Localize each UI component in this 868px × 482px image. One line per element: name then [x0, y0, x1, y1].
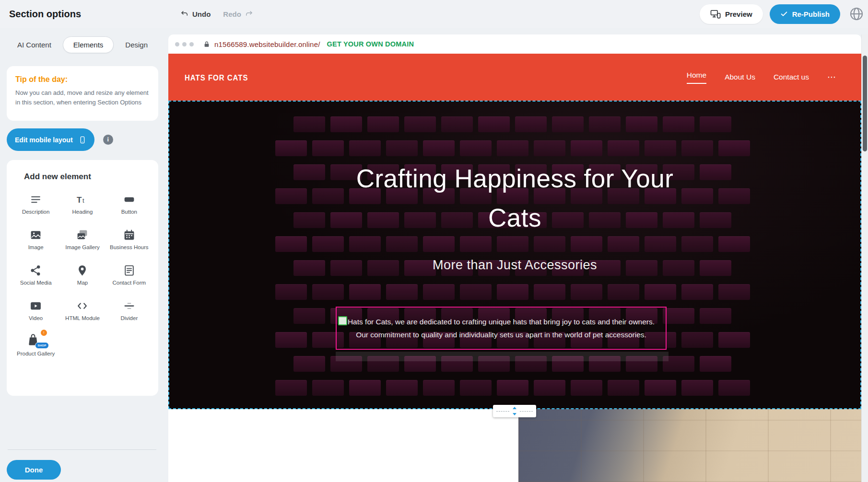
- wall-tile: [349, 380, 381, 396]
- wall-tile: [645, 236, 676, 252]
- tip-of-the-day-card: Tip of the day: Now you can add, move an…: [7, 66, 158, 121]
- wall-tile: [404, 116, 436, 132]
- wall-tile: [349, 140, 381, 156]
- divider-icon: [123, 298, 135, 312]
- wall-tile: [681, 236, 713, 252]
- wall-tile: [275, 380, 307, 396]
- wall-tile: [275, 284, 307, 300]
- element-label: Image: [28, 244, 44, 251]
- undo-label: Undo: [192, 10, 211, 18]
- shop-badge: SHOP: [35, 342, 48, 349]
- history-controls: Undo Redo: [180, 0, 253, 28]
- element-social-media[interactable]: Social Media: [14, 263, 58, 287]
- tab-design[interactable]: Design: [124, 37, 149, 53]
- window-dot: [175, 42, 179, 46]
- top-toolbar: Section options Undo Redo Preview Re-P: [0, 0, 868, 28]
- wall-tile: [275, 236, 307, 252]
- element-label: Social Media: [20, 279, 52, 287]
- tab-elements[interactable]: Elements: [63, 36, 114, 53]
- wall-tile: [589, 116, 621, 132]
- element-divider[interactable]: Divider: [107, 298, 151, 322]
- element-html-module[interactable]: HTML Module: [60, 298, 105, 322]
- window-dot: [189, 42, 194, 46]
- element-video[interactable]: Video: [14, 298, 58, 322]
- wall-tile: [534, 140, 565, 156]
- wall-tile: [645, 140, 676, 156]
- wall-tile: [497, 236, 528, 252]
- nav-home[interactable]: Home: [687, 71, 706, 84]
- done-button[interactable]: Done: [7, 460, 61, 480]
- top-right-controls: Preview Re-Publish: [700, 0, 866, 28]
- map-icon: [76, 263, 88, 276]
- nav-more-icon[interactable]: ⋯: [827, 72, 836, 82]
- wall-tile: [608, 284, 639, 300]
- element-business-hours[interactable]: Business Hours: [107, 228, 151, 251]
- hero-subheading[interactable]: More than Just Accessories: [169, 258, 860, 273]
- preview-devices-icon: [710, 10, 721, 19]
- site-nav: Home About Us Contact us ⋯: [687, 71, 836, 84]
- nav-about-us[interactable]: About Us: [725, 73, 755, 81]
- element-heading[interactable]: Tt Heading: [60, 192, 105, 216]
- hero-section[interactable]: Crafting Happiness for Your Cats More th…: [168, 101, 861, 409]
- scrollbar-thumb[interactable]: [863, 56, 867, 151]
- info-icon[interactable]: i: [103, 135, 113, 145]
- undo-button[interactable]: Undo: [180, 10, 211, 18]
- element-map[interactable]: Map: [60, 263, 105, 287]
- wall-tile: [386, 380, 418, 396]
- site-url: n1566589.websitebuilder.online/: [214, 40, 320, 48]
- next-section-photo[interactable]: [518, 409, 861, 482]
- nav-contact-us[interactable]: Contact us: [774, 73, 809, 81]
- hero-paragraph[interactable]: Hats for Cats, we are dedicated to craft…: [337, 315, 666, 341]
- business-hours-icon: [123, 228, 135, 241]
- element-label: Button: [121, 208, 137, 216]
- wall-tile: [663, 308, 694, 324]
- selected-paragraph-element[interactable]: Hats for Cats, we are dedicated to craft…: [336, 307, 667, 350]
- republish-button[interactable]: Re-Publish: [770, 4, 840, 24]
- element-contact-form[interactable]: Contact Form: [107, 263, 151, 287]
- wall-tile: [386, 236, 418, 252]
- wall-tile: [718, 188, 750, 204]
- edit-mobile-layout-button[interactable]: Edit mobile layout: [7, 128, 94, 151]
- element-image[interactable]: Image: [14, 228, 58, 251]
- wall-tile: [423, 380, 455, 396]
- sidebar-tabs: AI Content Elements Design: [7, 36, 158, 53]
- wall-tile: [608, 236, 639, 252]
- wall-tile: [312, 236, 344, 252]
- element-label: Business Hours: [110, 244, 149, 251]
- wall-tile: [330, 116, 362, 132]
- hero-heading[interactable]: Crafting Happiness for Your Cats: [345, 159, 685, 238]
- site-logo[interactable]: HATS FOR CATS: [185, 72, 248, 82]
- element-image-gallery[interactable]: Image Gallery: [60, 228, 105, 251]
- button-icon: [123, 192, 135, 206]
- element-label: Contact Form: [112, 279, 146, 287]
- element-description[interactable]: Description: [14, 192, 58, 216]
- next-section-blank[interactable]: [168, 409, 518, 482]
- resize-handle[interactable]: [338, 316, 347, 325]
- section-resize-handle[interactable]: [493, 405, 536, 417]
- preview-button[interactable]: Preview: [700, 4, 763, 24]
- wall-tile: [349, 236, 381, 252]
- contact-form-icon: [123, 263, 135, 276]
- element-label: Product Gallery: [17, 350, 55, 357]
- wall-tile: [312, 380, 344, 396]
- language-globe-button[interactable]: [847, 4, 866, 23]
- edit-mobile-layout-label: Edit mobile layout: [15, 136, 73, 144]
- wall-tile: [718, 236, 750, 252]
- scrollbar-track[interactable]: [861, 34, 868, 482]
- tab-ai-content[interactable]: AI Content: [16, 37, 52, 53]
- tile-row: [275, 284, 737, 300]
- wall-tile: [663, 116, 694, 132]
- get-your-own-domain-link[interactable]: GET YOUR OWN DOMAIN: [327, 40, 414, 48]
- video-icon: [30, 298, 42, 312]
- tile-row: [293, 116, 737, 132]
- element-grid: Description Tt Heading Button Image Imag…: [7, 192, 158, 357]
- wall-tile: [718, 332, 750, 348]
- wall-tile: [515, 116, 547, 132]
- wall-tile: [293, 164, 325, 180]
- element-button[interactable]: Button: [107, 192, 151, 216]
- element-product-gallery[interactable]: ↑ SHOP Product Gallery: [14, 334, 58, 357]
- redo-button[interactable]: Redo: [223, 10, 253, 18]
- wall-tile: [460, 236, 492, 252]
- wall-tile: [460, 284, 492, 300]
- tile-row: [275, 380, 737, 396]
